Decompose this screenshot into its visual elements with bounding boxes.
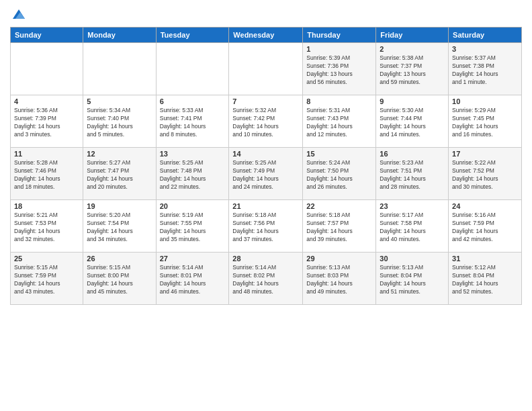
day-info: Sunrise: 5:32 AM Sunset: 7:42 PM Dayligh…	[232, 107, 299, 139]
day-cell: 10Sunrise: 5:29 AM Sunset: 7:45 PM Dayli…	[449, 95, 522, 148]
day-number: 16	[380, 150, 445, 158]
day-cell: 9Sunrise: 5:30 AM Sunset: 7:44 PM Daylig…	[376, 95, 449, 148]
day-info: Sunrise: 5:24 AM Sunset: 7:50 PM Dayligh…	[306, 159, 372, 191]
day-number: 17	[452, 150, 518, 158]
weekday-header-wednesday: Wednesday	[229, 28, 303, 43]
day-number: 27	[160, 255, 226, 263]
day-number: 13	[160, 150, 226, 158]
day-number: 8	[306, 97, 372, 105]
day-info: Sunrise: 5:29 AM Sunset: 7:45 PM Dayligh…	[452, 107, 518, 139]
day-info: Sunrise: 5:23 AM Sunset: 7:51 PM Dayligh…	[380, 159, 445, 191]
week-row-3: 11Sunrise: 5:28 AM Sunset: 7:46 PM Dayli…	[11, 148, 522, 200]
day-info: Sunrise: 5:36 AM Sunset: 7:39 PM Dayligh…	[14, 107, 79, 139]
day-number: 22	[306, 202, 372, 210]
day-cell: 14Sunrise: 5:25 AM Sunset: 7:49 PM Dayli…	[229, 148, 303, 200]
day-cell: 22Sunrise: 5:18 AM Sunset: 7:57 PM Dayli…	[303, 200, 376, 253]
day-number: 12	[87, 150, 152, 158]
day-number: 7	[232, 97, 299, 105]
week-row-1: 1Sunrise: 5:39 AM Sunset: 7:36 PM Daylig…	[11, 43, 522, 95]
day-number: 21	[232, 202, 299, 210]
day-cell	[83, 43, 156, 95]
calendar-table: SundayMondayTuesdayWednesdayThursdayFrid…	[10, 27, 522, 305]
day-number: 26	[87, 255, 152, 263]
calendar-header-row: SundayMondayTuesdayWednesdayThursdayFrid…	[11, 28, 522, 43]
week-row-4: 18Sunrise: 5:21 AM Sunset: 7:53 PM Dayli…	[11, 200, 522, 253]
day-info: Sunrise: 5:28 AM Sunset: 7:46 PM Dayligh…	[14, 159, 79, 191]
day-cell: 7Sunrise: 5:32 AM Sunset: 7:42 PM Daylig…	[229, 95, 303, 148]
day-info: Sunrise: 5:12 AM Sunset: 8:04 PM Dayligh…	[452, 264, 518, 296]
day-info: Sunrise: 5:25 AM Sunset: 7:48 PM Dayligh…	[160, 159, 226, 191]
day-cell	[11, 43, 83, 95]
day-cell: 24Sunrise: 5:16 AM Sunset: 7:59 PM Dayli…	[449, 200, 522, 253]
day-cell: 1Sunrise: 5:39 AM Sunset: 7:36 PM Daylig…	[303, 43, 376, 95]
weekday-header-friday: Friday	[376, 28, 449, 43]
day-number: 31	[452, 255, 518, 263]
day-cell: 30Sunrise: 5:13 AM Sunset: 8:04 PM Dayli…	[376, 253, 449, 305]
day-number: 30	[380, 255, 445, 263]
day-cell: 8Sunrise: 5:31 AM Sunset: 7:43 PM Daylig…	[303, 95, 376, 148]
day-cell: 23Sunrise: 5:17 AM Sunset: 7:58 PM Dayli…	[376, 200, 449, 253]
day-info: Sunrise: 5:15 AM Sunset: 8:00 PM Dayligh…	[87, 264, 152, 296]
day-cell	[229, 43, 303, 95]
day-number: 19	[87, 202, 152, 210]
day-cell: 5Sunrise: 5:34 AM Sunset: 7:40 PM Daylig…	[83, 95, 156, 148]
page: SundayMondayTuesdayWednesdayThursdayFrid…	[0, 0, 532, 411]
day-info: Sunrise: 5:30 AM Sunset: 7:44 PM Dayligh…	[380, 107, 445, 139]
day-cell: 19Sunrise: 5:20 AM Sunset: 7:54 PM Dayli…	[83, 200, 156, 253]
day-info: Sunrise: 5:37 AM Sunset: 7:38 PM Dayligh…	[452, 54, 518, 87]
weekday-header-tuesday: Tuesday	[156, 28, 229, 43]
day-info: Sunrise: 5:18 AM Sunset: 7:57 PM Dayligh…	[306, 212, 372, 244]
day-info: Sunrise: 5:14 AM Sunset: 8:02 PM Dayligh…	[232, 264, 299, 296]
day-info: Sunrise: 5:13 AM Sunset: 8:04 PM Dayligh…	[380, 264, 445, 296]
day-cell: 20Sunrise: 5:19 AM Sunset: 7:55 PM Dayli…	[156, 200, 229, 253]
day-number: 25	[14, 255, 79, 263]
day-info: Sunrise: 5:25 AM Sunset: 7:49 PM Dayligh…	[232, 159, 299, 191]
week-row-5: 25Sunrise: 5:15 AM Sunset: 7:59 PM Dayli…	[11, 253, 522, 305]
day-info: Sunrise: 5:14 AM Sunset: 8:01 PM Dayligh…	[160, 264, 226, 296]
day-cell: 26Sunrise: 5:15 AM Sunset: 8:00 PM Dayli…	[83, 253, 156, 305]
day-number: 15	[306, 150, 372, 158]
day-info: Sunrise: 5:19 AM Sunset: 7:55 PM Dayligh…	[160, 212, 226, 244]
day-number: 24	[452, 202, 518, 210]
day-number: 23	[380, 202, 445, 210]
week-row-2: 4Sunrise: 5:36 AM Sunset: 7:39 PM Daylig…	[11, 95, 522, 148]
weekday-header-monday: Monday	[83, 28, 156, 43]
day-number: 4	[14, 97, 79, 105]
day-number: 29	[306, 255, 372, 263]
day-number: 11	[14, 150, 79, 158]
day-info: Sunrise: 5:27 AM Sunset: 7:47 PM Dayligh…	[87, 159, 152, 191]
day-cell: 13Sunrise: 5:25 AM Sunset: 7:48 PM Dayli…	[156, 148, 229, 200]
day-info: Sunrise: 5:18 AM Sunset: 7:56 PM Dayligh…	[232, 212, 299, 244]
day-cell: 11Sunrise: 5:28 AM Sunset: 7:46 PM Dayli…	[11, 148, 83, 200]
day-cell: 3Sunrise: 5:37 AM Sunset: 7:38 PM Daylig…	[449, 43, 522, 95]
day-cell: 27Sunrise: 5:14 AM Sunset: 8:01 PM Dayli…	[156, 253, 229, 305]
day-number: 6	[160, 97, 226, 105]
day-number: 9	[380, 97, 445, 105]
day-info: Sunrise: 5:39 AM Sunset: 7:36 PM Dayligh…	[306, 54, 372, 87]
day-number: 20	[160, 202, 226, 210]
day-info: Sunrise: 5:22 AM Sunset: 7:52 PM Dayligh…	[452, 159, 518, 191]
day-info: Sunrise: 5:16 AM Sunset: 7:59 PM Dayligh…	[452, 212, 518, 244]
day-cell: 28Sunrise: 5:14 AM Sunset: 8:02 PM Dayli…	[229, 253, 303, 305]
weekday-header-sunday: Sunday	[11, 28, 83, 43]
day-cell: 17Sunrise: 5:22 AM Sunset: 7:52 PM Dayli…	[449, 148, 522, 200]
day-cell: 25Sunrise: 5:15 AM Sunset: 7:59 PM Dayli…	[11, 253, 83, 305]
day-number: 10	[452, 97, 518, 105]
day-cell: 21Sunrise: 5:18 AM Sunset: 7:56 PM Dayli…	[229, 200, 303, 253]
logo	[10, 7, 26, 21]
day-info: Sunrise: 5:15 AM Sunset: 7:59 PM Dayligh…	[14, 264, 79, 296]
day-number: 5	[87, 97, 152, 105]
header	[10, 7, 522, 21]
day-number: 1	[306, 45, 372, 53]
day-info: Sunrise: 5:33 AM Sunset: 7:41 PM Dayligh…	[160, 107, 226, 139]
day-info: Sunrise: 5:13 AM Sunset: 8:03 PM Dayligh…	[306, 264, 372, 296]
day-cell: 2Sunrise: 5:38 AM Sunset: 7:37 PM Daylig…	[376, 43, 449, 95]
day-info: Sunrise: 5:38 AM Sunset: 7:37 PM Dayligh…	[380, 54, 445, 87]
day-info: Sunrise: 5:20 AM Sunset: 7:54 PM Dayligh…	[87, 212, 152, 244]
day-number: 18	[14, 202, 79, 210]
day-number: 3	[452, 45, 518, 53]
day-info: Sunrise: 5:21 AM Sunset: 7:53 PM Dayligh…	[14, 212, 79, 244]
day-number: 28	[232, 255, 299, 263]
day-cell: 16Sunrise: 5:23 AM Sunset: 7:51 PM Dayli…	[376, 148, 449, 200]
day-number: 2	[380, 45, 445, 53]
